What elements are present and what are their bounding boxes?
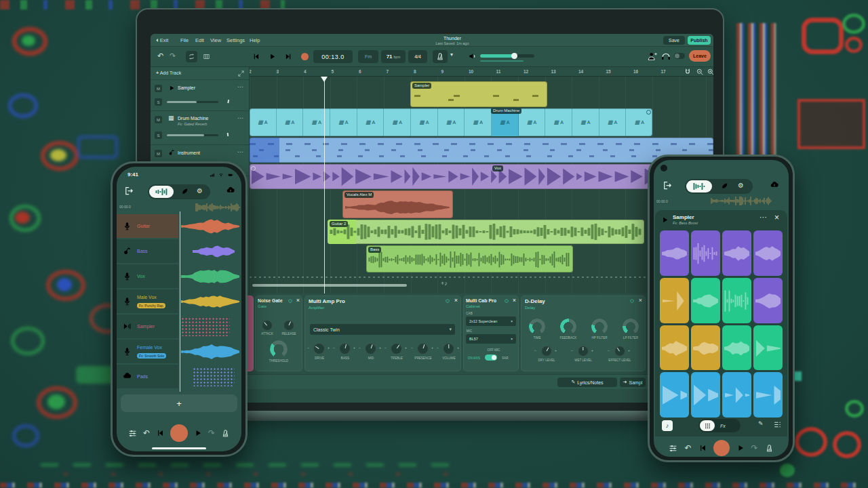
mute-button[interactable]: M bbox=[155, 85, 162, 92]
sampler-pad[interactable] bbox=[660, 230, 689, 276]
horizontal-scrollbar[interactable] bbox=[252, 284, 407, 287]
feedback-knob[interactable] bbox=[560, 319, 576, 335]
cab-select[interactable]: 2x12 Superclean▾ bbox=[466, 317, 516, 326]
sampler-pad[interactable] bbox=[691, 372, 720, 418]
track-header-sampler[interactable]: M Sampler ⋯ S bbox=[151, 80, 249, 111]
sampler-pad[interactable] bbox=[753, 230, 783, 276]
record-button[interactable] bbox=[170, 424, 188, 442]
add-track-button[interactable]: + Add Track bbox=[151, 67, 249, 80]
metronome-button[interactable] bbox=[433, 50, 448, 63]
list-icon[interactable] bbox=[773, 420, 782, 429]
fx-panel-multi-cab-pro[interactable]: Multi Cab Pro Cabinet × CAB 2x12 Supercl… bbox=[463, 296, 519, 371]
skip-start-button[interactable] bbox=[251, 52, 261, 62]
bass-clip[interactable]: Bass bbox=[366, 245, 573, 272]
menu-edit[interactable]: Edit bbox=[195, 37, 204, 43]
track-menu-icon[interactable]: ⋯ bbox=[237, 83, 243, 90]
sampler-pad[interactable] bbox=[660, 372, 689, 418]
feather-icon[interactable] bbox=[180, 188, 189, 196]
pads-fx-switcher[interactable]: Fx bbox=[698, 419, 741, 432]
skip-end-button[interactable] bbox=[283, 52, 294, 62]
automation-lane[interactable] bbox=[250, 277, 713, 278]
pads-mode-selected[interactable] bbox=[700, 420, 715, 431]
save-button[interactable]: Save bbox=[663, 36, 685, 45]
zoom-out-icon[interactable] bbox=[696, 68, 704, 76]
sampler-pad[interactable] bbox=[722, 230, 751, 276]
drum-clip-cell[interactable]: ▦A bbox=[438, 108, 465, 136]
close-icon[interactable]: × bbox=[296, 297, 300, 304]
amp-model-select[interactable]: Classic Twin▾ bbox=[310, 324, 455, 335]
track-menu-icon[interactable]: ⋯ bbox=[237, 148, 243, 155]
metronome-icon[interactable] bbox=[765, 444, 774, 453]
track-row-male-vox[interactable]: Male Vox Fx: Punchy Rap bbox=[117, 289, 241, 314]
menu-view[interactable]: View bbox=[210, 37, 221, 43]
sampler-clip[interactable]: Sampler bbox=[410, 81, 547, 107]
redo-button[interactable]: ↷ bbox=[170, 52, 176, 60]
menu-help[interactable]: Help bbox=[250, 37, 260, 43]
track-menu-icon[interactable]: ⋯ bbox=[237, 115, 243, 121]
power-icon[interactable] bbox=[504, 298, 509, 304]
undo-button[interactable]: ↶ bbox=[157, 52, 163, 60]
drum-clip-cell[interactable]: ▦A bbox=[277, 108, 304, 136]
redo-icon[interactable]: ↷ bbox=[208, 428, 215, 438]
mode-tracks-selected[interactable] bbox=[686, 180, 712, 192]
time-knob[interactable] bbox=[529, 319, 545, 335]
leave-button[interactable]: Leave bbox=[689, 50, 711, 62]
sampler-pad[interactable] bbox=[722, 325, 751, 371]
bpm-display[interactable]: 71bpm bbox=[381, 50, 406, 63]
add-track-button[interactable]: + bbox=[121, 394, 237, 412]
track-header-drum-machine[interactable]: M ▦ Drum Machine Fx: Gated Reverb ⋯ S bbox=[151, 111, 249, 145]
timeline-area[interactable]: Sampler ▦A ▦A ▦A ▦A ▦A ▦A ▦A ▦A ▦A ▦A ▦A… bbox=[250, 77, 713, 293]
track-row-female-vox[interactable]: Female Vox Fx: Smooth Solo bbox=[117, 340, 241, 364]
solo-button[interactable]: S bbox=[155, 98, 162, 106]
sampler-pad[interactable] bbox=[753, 372, 783, 418]
track-volume-slider[interactable] bbox=[167, 134, 218, 136]
collapse-panel-icon[interactable] bbox=[237, 70, 245, 77]
hp-filter-knob[interactable] bbox=[591, 319, 608, 335]
mode-switcher[interactable]: ⚙ bbox=[148, 184, 210, 199]
sampler-play-icon[interactable] bbox=[661, 216, 669, 224]
sampler-pad[interactable] bbox=[660, 278, 689, 323]
snap-magnet-icon[interactable] bbox=[684, 68, 692, 76]
pencil-icon[interactable]: ✎ bbox=[758, 420, 764, 427]
midi-tools-icon[interactable]: +♪ bbox=[441, 280, 448, 287]
sampler-pad[interactable] bbox=[722, 278, 751, 323]
vox-clip[interactable]: Vox bbox=[250, 164, 708, 189]
drum-clip-cell[interactable]: ▦A bbox=[250, 108, 277, 136]
wet-level-knob[interactable] bbox=[578, 346, 589, 357]
headphones-icon[interactable] bbox=[660, 51, 671, 62]
track-row-vox[interactable]: Vox bbox=[117, 264, 241, 289]
exit-session-icon[interactable] bbox=[662, 180, 672, 190]
effect-level-knob[interactable] bbox=[614, 346, 625, 357]
mode-switcher[interactable]: ⚙ bbox=[685, 179, 753, 194]
dry-level-knob[interactable] bbox=[541, 346, 552, 357]
track-volume-slider[interactable] bbox=[167, 101, 218, 103]
instrument-clip[interactable] bbox=[250, 138, 713, 163]
drive-knob[interactable] bbox=[313, 343, 325, 354]
sampler-pad[interactable] bbox=[691, 230, 720, 276]
playhead[interactable] bbox=[324, 77, 325, 293]
playhead-marker[interactable] bbox=[321, 77, 328, 82]
solo-button[interactable]: S bbox=[155, 131, 162, 139]
sampler-pad[interactable] bbox=[722, 372, 751, 418]
power-icon[interactable] bbox=[288, 298, 293, 304]
mic-select[interactable]: BL57▾ bbox=[466, 334, 516, 344]
drum-clip-cell[interactable]: ▦A bbox=[384, 108, 411, 136]
record-button[interactable] bbox=[713, 440, 730, 456]
close-icon[interactable]: × bbox=[454, 297, 458, 304]
mute-button[interactable]: M bbox=[155, 116, 162, 123]
drum-clip-cell[interactable]: ▦A bbox=[599, 108, 627, 136]
volume-slider-thumb[interactable] bbox=[511, 53, 517, 59]
loop-button[interactable] bbox=[186, 51, 197, 62]
zoom-in-icon[interactable] bbox=[707, 68, 713, 76]
mode-tracks-selected[interactable] bbox=[149, 186, 174, 198]
skip-start-icon[interactable] bbox=[156, 429, 164, 437]
volume-slider[interactable] bbox=[480, 54, 534, 58]
drum-clip-cell[interactable]: ▦A bbox=[330, 108, 357, 136]
menu-settings[interactable]: Settings bbox=[226, 37, 245, 43]
cloud-sync-icon[interactable] bbox=[225, 186, 236, 195]
track-row-pads[interactable]: Pads bbox=[117, 365, 241, 389]
mixer-icon[interactable] bbox=[128, 429, 137, 438]
undo-icon[interactable]: ↶ bbox=[684, 443, 691, 453]
panel-close-icon[interactable]: × bbox=[774, 213, 779, 222]
metronome-icon[interactable] bbox=[221, 429, 230, 438]
